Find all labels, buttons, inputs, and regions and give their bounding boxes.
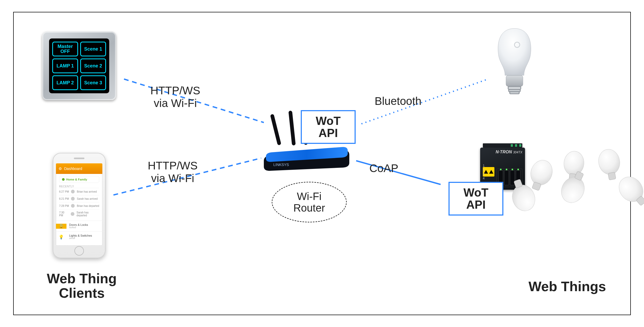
- phone-header: ⚙ Dashboard: [56, 163, 102, 174]
- smart-bulb-icon: [491, 26, 538, 100]
- phone-activity-row: 7:30 PMSarah has departed: [59, 209, 99, 218]
- label-httpws-2: HTTP/WS via Wi-Fi: [148, 159, 198, 185]
- bulb-icon: 💡: [56, 235, 66, 240]
- phone-section-doors: 🔒 Doors & Lockslocked: [56, 221, 102, 231]
- wall-controller-icon: Master OFF Scene 1 LAMP 1 Scene 2 LAMP 2…: [42, 32, 116, 100]
- panel-key: Scene 1: [80, 42, 106, 56]
- gear-icon: ⚙: [59, 167, 62, 171]
- bulb-cluster-icon: [528, 148, 641, 242]
- svg-rect-0: [270, 114, 282, 145]
- panel-key: Scene 2: [80, 58, 106, 73]
- svg-point-17: [557, 173, 588, 206]
- ethernet-port-icon: [504, 170, 509, 185]
- svg-rect-4: [506, 75, 523, 86]
- svg-rect-14: [608, 172, 616, 180]
- phone-home-button-icon: [74, 246, 84, 256]
- diagram-stage: HTTP/WS via Wi-Fi HTTP/WS via Wi-Fi Blue…: [0, 0, 644, 327]
- svg-point-11: [563, 150, 585, 176]
- conn-router-switch: [356, 161, 441, 184]
- phone-activity-row: 7:28 PMBrian has departed: [59, 202, 99, 209]
- phone-header-title: Dashboard: [64, 167, 82, 171]
- phone-section-lights: 💡 Lights & Switcheson/off: [56, 231, 102, 242]
- title-clients: Web Thing Clients: [32, 271, 132, 300]
- label-httpws-1: HTTP/WS via Wi-Fi: [150, 84, 200, 110]
- svg-rect-1: [288, 111, 296, 146]
- svg-rect-5: [508, 86, 521, 90]
- panel-key: LAMP 2: [52, 75, 78, 90]
- title-things: Web Things: [520, 279, 615, 294]
- label-bluetooth: Bluetooth: [375, 95, 421, 108]
- phone-recently-label: RECENTLY: [59, 185, 99, 188]
- smartphone-icon: ⚙ Dashboard Home & Family RECENTLY 6:27 …: [53, 153, 106, 258]
- wot-api-box-gateway: WoT API: [449, 182, 503, 216]
- wifi-router-label: Wi-Fi Router: [272, 182, 347, 222]
- svg-text:LINKSYS: LINKSYS: [273, 163, 289, 167]
- panel-key: LAMP 1: [52, 58, 78, 73]
- svg-point-13: [597, 148, 622, 176]
- panel-key: Master OFF: [52, 42, 78, 56]
- svg-point-9: [527, 157, 556, 188]
- wot-api-box-router: WoT API: [301, 110, 356, 144]
- svg-rect-7: [510, 92, 519, 94]
- phone-section-home: Home & Family: [59, 176, 99, 183]
- phone-activity-row: 6:27 PMBrian has arrived: [59, 188, 99, 195]
- phone-activity-row: 6:21 PMSarah has arrived: [59, 195, 99, 202]
- label-coap: CoAP: [369, 162, 398, 175]
- ethernet-port-icon: [510, 170, 515, 185]
- panel-key: Scene 3: [80, 75, 106, 90]
- lock-icon: 🔒: [56, 224, 66, 229]
